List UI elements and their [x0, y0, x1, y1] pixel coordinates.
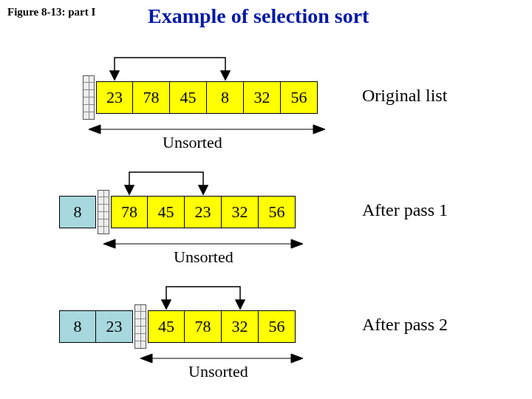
swap-bracket-icon: [110, 58, 230, 80]
unsorted-label: Unsorted: [163, 133, 222, 152]
array-cell: 8: [59, 196, 96, 228]
array-cell: 23: [96, 310, 133, 343]
unsorted-label: Unsorted: [174, 248, 233, 267]
svg-marker-11: [236, 300, 245, 309]
svg-marker-1: [221, 71, 230, 80]
array-cell: 78: [185, 310, 222, 343]
array-cell: 23: [96, 81, 133, 114]
array-cell: 8: [59, 310, 96, 343]
figure-label: Figure 8-13: part I: [7, 6, 95, 18]
svg-marker-0: [110, 71, 119, 80]
sorted-cells: 8: [59, 196, 96, 228]
stage-label: After pass 1: [362, 200, 448, 220]
stage-pass-2: 8 23 45 78 32 56 After pass 2 Unsorted: [0, 273, 532, 392]
svg-marker-6: [199, 185, 208, 194]
unsorted-cells: 78 45 23 32 56: [111, 196, 296, 228]
unsorted-label: Unsorted: [188, 362, 248, 381]
stage-label: Original list: [362, 86, 447, 106]
array-cell: 8: [207, 81, 244, 114]
svg-marker-4: [313, 125, 325, 134]
stage-pass-1: 8 78 45 23 32 56 After pass 1 Unsorted: [0, 159, 532, 277]
array-cell: 45: [148, 196, 185, 228]
svg-marker-10: [162, 300, 171, 309]
unsorted-cells: 23 78 45 8 32 56: [96, 81, 318, 114]
wall-icon: [98, 190, 109, 234]
swap-bracket-icon: [125, 172, 208, 194]
array-cell: 56: [281, 81, 318, 114]
unsorted-cells: 45 78 32 56: [148, 310, 296, 343]
array-cell: 32: [222, 310, 259, 343]
wall-icon: [83, 75, 95, 120]
wall-icon: [134, 304, 146, 349]
stage-label: After pass 2: [362, 315, 448, 335]
svg-marker-9: [291, 239, 303, 248]
array-cell: 32: [222, 196, 259, 228]
array-cell: 56: [259, 196, 296, 228]
sorted-cells: 8 23: [59, 310, 133, 343]
array-cell: 32: [244, 81, 281, 114]
array-cell: 45: [148, 310, 185, 343]
array-cell: 56: [259, 310, 296, 343]
svg-marker-3: [89, 125, 100, 134]
diagram-title: Example of selection sort: [148, 4, 369, 28]
svg-marker-14: [291, 354, 303, 363]
svg-marker-5: [125, 185, 134, 194]
array-cell: 78: [111, 196, 148, 228]
array-cell: 78: [133, 81, 170, 114]
svg-marker-8: [103, 239, 115, 248]
array-cell: 23: [185, 196, 222, 228]
stage-original: 23 78 45 8 32 56 Original list Unsorted: [0, 44, 532, 163]
svg-marker-13: [140, 354, 152, 363]
array-cell: 45: [170, 81, 207, 114]
swap-bracket-icon: [162, 287, 245, 309]
